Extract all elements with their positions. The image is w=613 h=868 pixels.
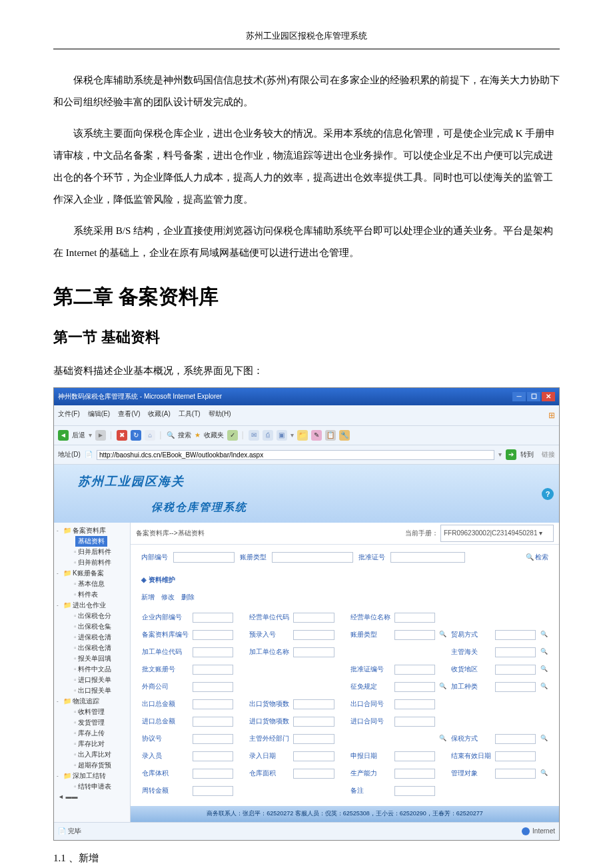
menu-item[interactable]: 工具(T) <box>179 407 201 424</box>
form-input[interactable] <box>193 786 233 796</box>
form-input[interactable] <box>193 647 233 657</box>
lookup-icon[interactable]: 🔍 <box>437 626 449 643</box>
tree-label[interactable]: 归并前料件 <box>78 557 111 568</box>
search-label[interactable]: 搜索 <box>178 428 191 443</box>
tree-label[interactable]: 基本信息 <box>78 579 105 589</box>
tree-node[interactable]: ▫归并前料件 <box>55 557 129 568</box>
tree-label[interactable]: 备案资料库 <box>73 525 106 536</box>
search-icon[interactable]: 🔍 <box>167 428 175 443</box>
tree-node[interactable]: -📁物流追踪 <box>55 696 129 707</box>
search-field-3-input[interactable] <box>390 552 465 563</box>
tree-node[interactable]: ▫出保税仓集 <box>55 621 129 632</box>
tree-node[interactable]: ▫料件中文品 <box>55 664 129 675</box>
close-button[interactable]: ✕ <box>542 392 555 401</box>
back-label[interactable]: 后退 <box>72 428 85 443</box>
search-button[interactable]: 🔍 检索 <box>526 550 548 565</box>
form-input[interactable] <box>495 751 536 761</box>
print-icon[interactable]: ⎙ <box>263 430 273 441</box>
lookup-icon[interactable]: 🔍 <box>538 661 550 678</box>
tree-label[interactable]: 归并后料件 <box>78 547 111 557</box>
search-field-2-input[interactable] <box>272 552 353 563</box>
menu-item[interactable]: 查看(V) <box>118 407 140 424</box>
tree-node[interactable]: ▫发货管理 <box>55 717 129 728</box>
tree-label[interactable]: 发货管理 <box>78 717 105 728</box>
stop-icon[interactable]: ✖ <box>117 430 127 441</box>
favorites-star-icon[interactable]: ★ <box>195 428 201 443</box>
tree-label[interactable]: 库存比对 <box>78 739 105 749</box>
form-input[interactable] <box>394 665 435 675</box>
tree-node[interactable]: ▫料件表 <box>55 589 129 600</box>
folder-icon[interactable]: 📁 <box>297 430 308 441</box>
form-input[interactable] <box>394 613 435 623</box>
tree-node[interactable]: -📁深加工结转 <box>55 771 129 781</box>
form-input[interactable] <box>193 665 233 675</box>
form-input[interactable] <box>495 665 536 675</box>
tree-label[interactable]: 出保税仓分 <box>78 611 111 621</box>
mail-icon[interactable]: ✉ <box>249 430 259 441</box>
form-input[interactable] <box>293 699 334 709</box>
op-add[interactable]: 新增 <box>141 590 155 605</box>
tree-node[interactable]: ▫超期存货预 <box>55 760 129 771</box>
expand-toggle-icon[interactable]: - <box>57 697 62 706</box>
menu-item[interactable]: 帮助(H) <box>209 407 231 424</box>
form-input[interactable] <box>495 630 536 640</box>
lookup-icon[interactable]: 🔍 <box>437 678 449 695</box>
tree-node[interactable]: ▫进口报关单 <box>55 675 129 685</box>
tree-label[interactable]: K账册备案 <box>73 568 104 579</box>
form-input[interactable] <box>495 734 536 744</box>
tree-node[interactable]: ▫出口报关单 <box>55 685 129 696</box>
tree-node[interactable]: ▫进保税仓清 <box>55 632 129 643</box>
lookup-icon[interactable]: 🔍 <box>538 626 550 643</box>
scroll-left-icon[interactable]: ◄ ▬▬ <box>55 792 129 801</box>
lookup-icon[interactable]: 🔍 <box>538 678 550 695</box>
tree-label[interactable]: 料件中文品 <box>78 664 111 675</box>
tree-label[interactable]: 出入库比对 <box>78 749 111 760</box>
tree-label[interactable]: 结转申请表 <box>78 781 111 792</box>
expand-toggle-icon[interactable]: - <box>57 772 62 781</box>
go-button[interactable]: ➔ <box>506 449 516 460</box>
current-handbook-select[interactable]: FFR096230002|C23149450281 ▾ <box>440 525 554 542</box>
form-input[interactable] <box>293 717 334 727</box>
form-input[interactable] <box>293 769 334 779</box>
expand-toggle-icon[interactable]: - <box>57 569 62 578</box>
form-input[interactable] <box>394 769 435 779</box>
tree-node[interactable]: ▫归并后料件 <box>55 547 129 557</box>
form-input[interactable] <box>495 769 536 779</box>
tree-label[interactable]: 出保税仓集 <box>78 621 111 632</box>
form-input[interactable] <box>193 769 233 779</box>
tree-label[interactable]: 超期存货预 <box>78 760 111 771</box>
menu-item[interactable]: 编辑(E) <box>88 407 110 424</box>
links-label[interactable]: 链接 <box>542 447 555 462</box>
form-input[interactable] <box>193 717 233 727</box>
tree-node[interactable]: ▫报关单回填 <box>55 653 129 664</box>
op-del[interactable]: 删除 <box>181 590 195 605</box>
tree-label[interactable]: 料件表 <box>78 589 98 600</box>
tree-node[interactable]: ▫库存比对 <box>55 739 129 749</box>
tree-node[interactable]: -📁备案资料库 <box>55 525 129 536</box>
menu-item[interactable]: 文件(F) <box>58 407 80 424</box>
tree-label[interactable]: 基础资料 <box>75 536 107 547</box>
expand-toggle-icon[interactable]: - <box>57 527 62 535</box>
lookup-icon[interactable]: 🔍 <box>538 730 550 747</box>
tree-label[interactable]: 进保税仓清 <box>78 632 111 643</box>
lookup-icon[interactable]: 🔍 <box>538 643 550 661</box>
form-input[interactable] <box>394 682 435 692</box>
favorites-label[interactable]: 收藏夹 <box>204 428 224 443</box>
form-input[interactable] <box>394 630 435 640</box>
research-icon[interactable]: 🔧 <box>339 430 350 441</box>
form-input[interactable] <box>293 751 334 761</box>
tree-node[interactable]: ▫出入库比对 <box>55 749 129 760</box>
refresh-icon[interactable]: ↻ <box>131 430 141 441</box>
history-icon[interactable]: ✓ <box>227 430 238 441</box>
edit-icon[interactable]: ▣ <box>277 430 287 441</box>
form-input[interactable] <box>193 682 233 692</box>
search-field-1-input[interactable] <box>173 552 235 563</box>
clipboard-icon[interactable]: 📋 <box>325 430 336 441</box>
form-input[interactable] <box>394 717 435 727</box>
back-icon[interactable]: ◄ <box>58 430 69 441</box>
form-input[interactable] <box>193 751 233 761</box>
form-input[interactable] <box>293 630 334 640</box>
tree-label[interactable]: 库存上传 <box>78 728 105 739</box>
go-label[interactable]: 转到 <box>520 447 534 462</box>
menu-item[interactable]: 收藏(A) <box>148 407 170 424</box>
